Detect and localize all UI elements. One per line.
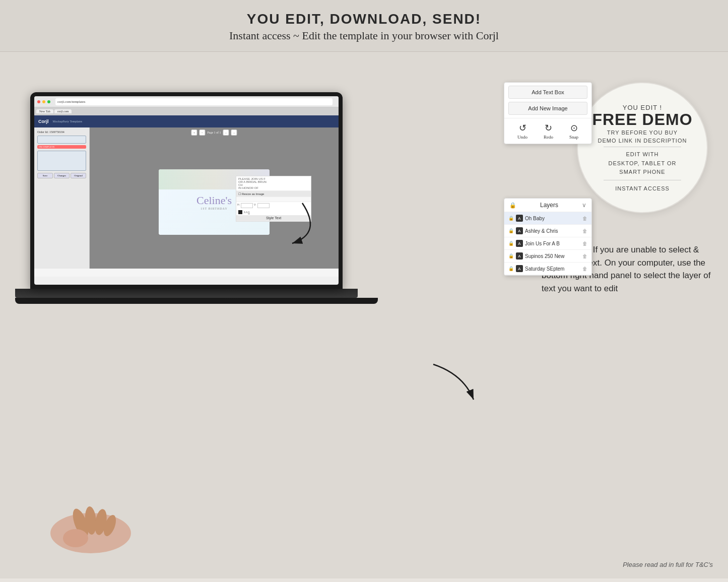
stp-size-inputs: H: V: <box>236 202 311 209</box>
redo-label: Redo <box>544 135 553 140</box>
free-demo-divider-1 <box>604 147 681 147</box>
free-demo-title: FREE DEMO <box>592 111 692 127</box>
stp-font-select[interactable] <box>236 197 311 202</box>
terms-note: Please read ad in full for T&C's <box>623 561 713 568</box>
layer-delete-icon-5[interactable]: 🗑 <box>582 266 587 272</box>
stp-please-join: PLEASE JOIN US F OR A BRIDAL BRUN CH IN … <box>236 176 311 191</box>
corjl-content: Corjl MockupParty Templates Order Id: 15… <box>34 115 339 277</box>
redo-icon: ↻ <box>544 122 553 134</box>
layer-name-supinos: Supinos 250 New <box>525 253 580 259</box>
main-title: YOU EDIT, DOWNLOAD, SEND! <box>0 11 728 27</box>
stp-color-row: A A A <box>236 209 311 215</box>
layer-delete-icon[interactable]: 🗑 <box>582 216 587 221</box>
toolbar-zoom-in[interactable]: + <box>191 130 197 136</box>
layer-item-join-us[interactable]: 🔒 A Join Us For A B 🗑 <box>504 237 591 250</box>
corjl-changes-btn[interactable]: Changes <box>54 173 70 178</box>
laptop-base <box>15 289 358 298</box>
stp-h-input[interactable] <box>241 203 253 208</box>
chevron-down-icon[interactable]: ∨ <box>582 202 586 209</box>
layer-lock-icon-3: 🔒 <box>508 241 514 246</box>
redo-tool[interactable]: ↻ Redo <box>544 122 553 140</box>
layer-lock-icon-2: 🔒 <box>508 228 514 233</box>
free-demo-link: DEMO LINK IN DESCRIPTION <box>598 138 687 144</box>
stp-style-text-label: Style Text <box>236 215 311 221</box>
svg-point-5 <box>63 529 88 547</box>
corjl-thumbnail <box>37 151 86 171</box>
corjl-status: INCOMPLETE <box>37 145 86 149</box>
free-demo-try: TRY BEFORE YOU BUY <box>607 130 678 136</box>
layers-header: 🔒 Layers ∨ <box>504 199 591 212</box>
toolbar-prev[interactable]: ‹ <box>223 130 229 136</box>
layer-text-icon-5: A <box>516 265 523 272</box>
stp-style-text: A A A <box>244 211 250 214</box>
layers-panel: 🔒 Layers ∨ 🔒 A Oh Baby 🗑 🔒 A Ashley & Ch… <box>504 198 592 276</box>
browser-tab-1[interactable]: New Tab <box>36 109 53 113</box>
corjl-nav-label: MockupParty Templates <box>53 120 83 123</box>
layer-item-ashley-chris[interactable]: 🔒 A Ashley & Chris 🗑 <box>504 225 591 237</box>
layer-item-saturday[interactable]: 🔒 A Saturday SEptem 🗑 <box>504 263 591 275</box>
main-content: corjl.com/templates New Tab corjl.com Co… <box>0 52 728 578</box>
add-text-box-btn[interactable]: Add Text Box <box>508 86 587 99</box>
layer-text-icon-4: A <box>516 252 523 260</box>
corjl-main: Order Id: 1509758194 INCOMPLETE Save Cha… <box>34 127 339 269</box>
lock-icon: 🔒 <box>509 202 516 209</box>
snap-tool[interactable]: ⊙ Snap <box>569 122 578 140</box>
hand-area <box>40 498 141 558</box>
layers-title: Layers <box>540 202 558 209</box>
corjl-field-1 <box>37 136 86 144</box>
layer-item-supinos[interactable]: 🔒 A Supinos 250 New 🗑 <box>504 250 591 263</box>
browser-max-dot <box>47 100 50 103</box>
free-demo-circle: YOU EDIT ! FREE DEMO TRY BEFORE YOU BUY … <box>577 82 708 213</box>
panel-tools: ↺ Undo ↻ Redo ⊙ Snap <box>504 118 591 144</box>
corjl-actions: Save Changes Original <box>37 173 86 178</box>
corjl-logo: Corjl <box>38 119 49 124</box>
text-edit-panel: PLEASE JOIN US F OR A BRIDAL BRUN CH IN … <box>236 176 311 222</box>
layer-delete-icon-2[interactable]: 🗑 <box>582 228 587 234</box>
layer-lock-icon-4: 🔒 <box>508 253 514 258</box>
color-swatch[interactable] <box>238 210 242 214</box>
browser-tab-2[interactable]: corjl.com <box>54 109 72 113</box>
corjl-order: Order Id: 1509758194 <box>37 131 86 134</box>
add-new-image-btn[interactable]: Add New Image <box>508 102 587 115</box>
layer-text-icon: A <box>516 215 523 222</box>
page-indicator: Page 1 of 1 <box>207 131 221 134</box>
browser-tabs: New Tab corjl.com <box>34 107 339 115</box>
undo-label: Undo <box>517 135 527 140</box>
layer-lock-icon: 🔒 <box>508 216 514 221</box>
canvas-subtitle: 1ST BIRTHDAY <box>196 207 232 210</box>
hand-svg <box>40 498 141 558</box>
layer-name-join: Join Us For A B <box>525 241 580 246</box>
laptop-bottom <box>15 298 378 304</box>
layer-item-oh-baby[interactable]: 🔒 A Oh Baby 🗑 <box>504 212 591 225</box>
toolbar-next[interactable]: › <box>231 130 237 136</box>
layer-text-icon-2: A <box>516 227 523 234</box>
browser-address[interactable]: corjl.com/templates <box>55 98 333 105</box>
canvas-toolbar: + − Page 1 of 1 ‹ › <box>191 130 237 136</box>
stp-resize-image[interactable]: ☐ Resize as Image <box>236 191 311 197</box>
undo-icon: ↺ <box>517 122 527 134</box>
laptop-container: corjl.com/templates New Tab corjl.com Co… <box>15 92 358 344</box>
corjl-floating-panel: Add Text Box Add New Image ↺ Undo ↻ Redo… <box>504 82 592 144</box>
corjl-header: Corjl MockupParty Templates <box>34 115 339 127</box>
snap-label: Snap <box>569 135 578 140</box>
corjl-original-btn[interactable]: Original <box>71 173 86 178</box>
layer-name-oh-baby: Oh Baby <box>525 216 580 221</box>
layer-lock-icon-5: 🔒 <box>508 266 514 271</box>
laptop-screen-inner: corjl.com/templates New Tab corjl.com Co… <box>34 96 339 285</box>
snap-icon: ⊙ <box>569 122 578 134</box>
layer-delete-icon-3[interactable]: 🗑 <box>582 241 587 246</box>
toolbar-zoom-out[interactable]: − <box>199 130 205 136</box>
layer-name-ashley: Ashley & Chris <box>525 228 580 234</box>
corjl-save-btn[interactable]: Save <box>37 173 53 178</box>
layer-name-saturday: Saturday SEptem <box>525 266 580 272</box>
sub-title: Instant access ~ Edit the template in yo… <box>0 29 728 42</box>
undo-tool[interactable]: ↺ Undo <box>517 122 527 140</box>
free-demo-edit: EDIT WITH DESKTOP, TABLET OR SMART PHONE <box>609 150 677 177</box>
stp-v-input[interactable] <box>257 203 270 208</box>
canvas-name: Celine's <box>196 194 232 207</box>
free-demo-instant: INSTANT ACCESS <box>615 185 670 191</box>
layer-delete-icon-4[interactable]: 🗑 <box>582 253 587 259</box>
browser-min-dot <box>42 100 45 103</box>
free-demo-divider-2 <box>604 180 681 180</box>
arrow-layers-to-tip <box>423 354 484 415</box>
